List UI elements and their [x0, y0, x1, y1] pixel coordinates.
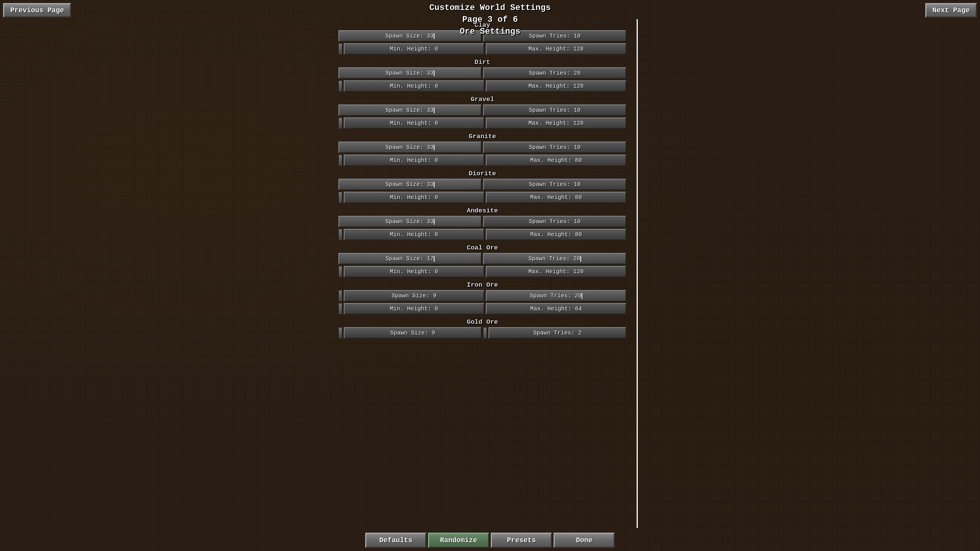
- gravel-min-height[interactable]: Min. Height: 0: [344, 117, 484, 129]
- gravel-row1: Spawn Size: 33 Spawn Tries: 10: [338, 104, 626, 116]
- dirt-spawn-size[interactable]: Spawn Size: 33: [338, 67, 482, 79]
- gravel-row2: Min. Height: 0 Max. Height: 128: [338, 117, 626, 129]
- diorite-min-indicator: [338, 192, 342, 203]
- andesite-spawn-size[interactable]: Spawn Size: 33: [338, 216, 482, 227]
- granite-spawn-size[interactable]: Spawn Size: 33: [338, 142, 482, 153]
- gold-spawn-size[interactable]: Spawn Size: 9: [344, 327, 482, 339]
- clay-min-height[interactable]: Min. Height: 0: [344, 43, 484, 55]
- andesite-min-height[interactable]: Min. Height: 0: [344, 229, 484, 240]
- gravel-header: Gravel: [338, 93, 626, 104]
- dirt-row2: Min. Height: 0 Max. Height: 128: [338, 80, 626, 92]
- gravel-min-indicator: [338, 117, 342, 129]
- dirt-max-height[interactable]: Max. Height: 128: [486, 80, 626, 92]
- ore-settings-list: Clay Spawn Size: 33 Spawn Tries: 10 Min.…: [337, 19, 628, 339]
- andesite-spawn-tries[interactable]: Spawn Tries: 10: [483, 216, 626, 227]
- andesite-section: Andesite Spawn Size: 33 Spawn Tries: 10 …: [338, 205, 626, 240]
- coal-min-indicator: [338, 266, 342, 277]
- gold-size-indicator: [338, 327, 342, 339]
- presets-button[interactable]: Presets: [491, 533, 552, 548]
- cursor-dirt-size: [434, 70, 434, 76]
- iron-min-height[interactable]: Min. Height: 0: [344, 303, 484, 315]
- coal-max-height[interactable]: Max. Height: 128: [486, 266, 626, 277]
- diorite-max-height[interactable]: Max. Height: 80: [486, 192, 626, 203]
- gold-ore-header: Gold Ore: [338, 316, 626, 327]
- diorite-section: Diorite Spawn Size: 33 Spawn Tries: 10 M…: [338, 168, 626, 203]
- done-button[interactable]: Done: [554, 533, 615, 548]
- page-title: Customize World Settings Page 3 of 6 Ore…: [430, 2, 551, 37]
- iron-ore-section: Iron Ore Spawn Size: 9 Spawn Tries: 20 M…: [338, 279, 626, 315]
- dirt-row1: Spawn Size: 33 Spawn Tries: 20: [338, 67, 626, 79]
- coal-spawn-size[interactable]: Spawn Size: 17: [338, 253, 482, 264]
- andesite-max-height[interactable]: Max. Height: 80: [486, 229, 626, 240]
- randomize-button[interactable]: Randomize: [428, 533, 489, 548]
- gold-spawn-tries[interactable]: Spawn Tries: 2: [488, 327, 626, 339]
- defaults-button[interactable]: Defaults: [365, 533, 426, 548]
- coal-spawn-tries[interactable]: Spawn Tries: 20: [483, 253, 626, 264]
- iron-max-height[interactable]: Max. Height: 64: [486, 303, 626, 315]
- granite-min-height[interactable]: Min. Height: 0: [344, 155, 484, 166]
- granite-row1: Spawn Size: 33 Spawn Tries: 10: [338, 142, 626, 153]
- gold-row1: Spawn Size: 9 Spawn Tries: 2: [338, 327, 626, 339]
- scroll-container[interactable]: Clay Spawn Size: 33 Spawn Tries: 10 Min.…: [337, 19, 643, 528]
- granite-row2: Min. Height: 0 Max. Height: 80: [338, 155, 626, 166]
- granite-min-indicator: [338, 155, 342, 166]
- diorite-header: Diorite: [338, 168, 626, 179]
- gold-tries-indicator: [483, 327, 487, 339]
- diorite-row1: Spawn Size: 33 Spawn Tries: 10: [338, 179, 626, 190]
- clay-max-height[interactable]: Max. Height: 128: [486, 43, 626, 55]
- bottom-bar: Defaults Randomize Presets Done: [365, 530, 615, 551]
- iron-spawn-tries[interactable]: Spawn Tries: 20: [486, 290, 626, 302]
- clay-row2: Min. Height: 0 Max. Height: 128: [338, 43, 626, 55]
- coal-row2: Min. Height: 0 Max. Height: 128: [338, 266, 626, 277]
- iron-row2: Min. Height: 0 Max. Height: 64: [338, 303, 626, 315]
- iron-ore-header: Iron Ore: [338, 279, 626, 290]
- gravel-spawn-size[interactable]: Spawn Size: 33: [338, 104, 482, 116]
- coal-ore-section: Coal Ore Spawn Size: 17 Spawn Tries: 20 …: [338, 242, 626, 277]
- gravel-max-height[interactable]: Max. Height: 128: [486, 117, 626, 129]
- scroll-indicator: [637, 19, 638, 528]
- cursor-coal-size: [434, 256, 434, 262]
- granite-spawn-tries[interactable]: Spawn Tries: 10: [483, 142, 626, 153]
- diorite-spawn-size[interactable]: Spawn Size: 33: [338, 179, 482, 190]
- cursor-diorite-size: [434, 182, 434, 187]
- andesite-row2: Min. Height: 0 Max. Height: 80: [338, 229, 626, 240]
- gravel-section: Gravel Spawn Size: 33 Spawn Tries: 10 Mi…: [338, 93, 626, 129]
- dirt-min-indicator: [338, 80, 342, 92]
- coal-row1: Spawn Size: 17 Spawn Tries: 20: [338, 253, 626, 264]
- gravel-spawn-tries[interactable]: Spawn Tries: 10: [483, 104, 626, 116]
- iron-min-indicator: [338, 303, 342, 315]
- dirt-header: Dirt: [338, 56, 626, 67]
- cursor-granite-size: [434, 145, 434, 150]
- iron-row1: Spawn Size: 9 Spawn Tries: 20: [338, 290, 626, 302]
- andesite-header: Andesite: [338, 205, 626, 216]
- coal-min-height[interactable]: Min. Height: 0: [344, 266, 484, 277]
- header: Customize World Settings Page 3 of 6 Ore…: [430, 0, 551, 40]
- cursor-andesite-size: [434, 219, 434, 225]
- diorite-spawn-tries[interactable]: Spawn Tries: 10: [483, 179, 626, 190]
- diorite-row2: Min. Height: 0 Max. Height: 80: [338, 192, 626, 203]
- previous-page-button[interactable]: Previous Page: [3, 3, 71, 18]
- cursor-iron-tries: [581, 293, 582, 299]
- dirt-min-height[interactable]: Min. Height: 0: [344, 80, 484, 92]
- gold-ore-section: Gold Ore Spawn Size: 9 Spawn Tries: 2: [338, 316, 626, 339]
- granite-section: Granite Spawn Size: 33 Spawn Tries: 10 M…: [338, 130, 626, 166]
- granite-max-height[interactable]: Max. Height: 80: [486, 155, 626, 166]
- diorite-min-height[interactable]: Min. Height: 0: [344, 192, 484, 203]
- clay-min-indicator: [338, 43, 342, 55]
- andesite-min-indicator: [338, 229, 342, 240]
- cursor-coal-tries: [580, 256, 581, 262]
- granite-header: Granite: [338, 130, 626, 142]
- iron-spawn-size[interactable]: Spawn Size: 9: [344, 290, 484, 302]
- cursor-gravel-size: [434, 108, 434, 113]
- dirt-section: Dirt Spawn Size: 33 Spawn Tries: 20 Min.…: [338, 56, 626, 92]
- dirt-spawn-tries[interactable]: Spawn Tries: 20: [483, 67, 626, 79]
- iron-size-indicator: [338, 290, 342, 302]
- content-area: Clay Spawn Size: 33 Spawn Tries: 10 Min.…: [337, 19, 643, 528]
- andesite-row1: Spawn Size: 33 Spawn Tries: 10: [338, 216, 626, 227]
- next-page-button[interactable]: Next Page: [925, 3, 977, 18]
- coal-ore-header: Coal Ore: [338, 242, 626, 253]
